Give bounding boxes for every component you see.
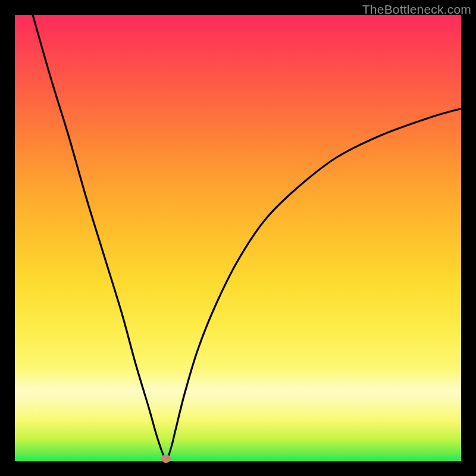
chart-frame: TheBottleneck.com bbox=[0, 0, 476, 476]
minimum-marker bbox=[161, 455, 171, 463]
bottleneck-curve bbox=[15, 15, 461, 461]
plot-area bbox=[15, 15, 461, 461]
watermark-text: TheBottleneck.com bbox=[362, 2, 471, 17]
